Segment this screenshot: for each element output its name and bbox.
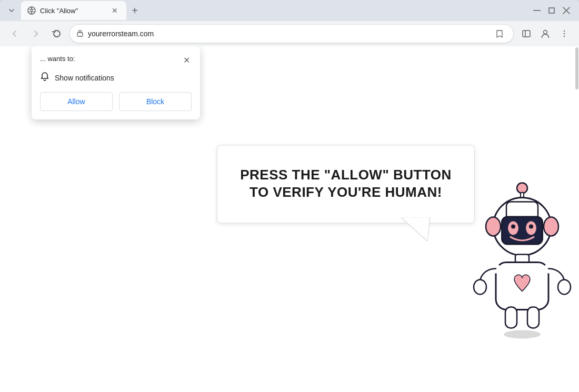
svg-rect-2 — [549, 8, 554, 13]
profile-button[interactable] — [537, 25, 554, 42]
robot-container — [464, 176, 579, 347]
notification-popup: ... wants to: ✕ Show notifications Allow… — [32, 46, 200, 119]
svg-point-11 — [564, 36, 565, 37]
refresh-button[interactable] — [48, 25, 65, 42]
window-controls — [533, 6, 575, 15]
allow-button[interactable]: Allow — [40, 92, 113, 111]
svg-rect-31 — [527, 307, 539, 328]
speech-bubble: PRESS THE "ALLOW" BUTTON TO VERIFY YOU'R… — [217, 145, 475, 224]
scrollbar-thumb — [575, 47, 578, 89]
popup-buttons: Allow Block — [40, 92, 192, 111]
svg-point-32 — [504, 330, 541, 338]
svg-point-29 — [558, 279, 571, 294]
nav-bar — [0, 21, 579, 46]
block-button[interactable]: Block — [119, 92, 192, 111]
svg-point-9 — [564, 31, 565, 32]
svg-point-28 — [474, 279, 486, 294]
robot-svg — [464, 176, 579, 345]
back-button[interactable] — [6, 25, 23, 42]
menu-button[interactable] — [556, 25, 573, 42]
svg-point-18 — [544, 217, 558, 236]
speech-bubble-container: PRESS THE "ALLOW" BUTTON TO VERIFY YOU'R… — [217, 145, 475, 224]
maximize-button[interactable] — [547, 6, 556, 15]
minimize-button[interactable] — [533, 6, 541, 15]
bookmark-button[interactable] — [492, 26, 507, 41]
address-bar[interactable] — [69, 24, 514, 43]
new-tab-button[interactable]: + — [127, 3, 142, 18]
svg-point-10 — [564, 33, 565, 34]
page-content: ... wants to: ✕ Show notifications Allow… — [0, 46, 579, 392]
tab-strip: Click "Allow" ✕ + — [21, 1, 531, 20]
lock-icon — [76, 29, 84, 38]
content-area: PRESS THE "ALLOW" BUTTON TO VERIFY YOU'R… — [217, 134, 579, 347]
scrollbar-track[interactable] — [575, 46, 579, 392]
speech-text: PRESS THE "ALLOW" BUTTON TO VERIFY YOU'R… — [238, 166, 453, 202]
svg-point-24 — [511, 224, 515, 228]
svg-rect-30 — [505, 307, 517, 328]
tab-list-button[interactable] — [4, 3, 19, 18]
svg-rect-5 — [77, 33, 83, 36]
popup-item: Show notifications — [40, 72, 192, 84]
sidebar-button[interactable] — [518, 25, 535, 42]
popup-item-text: Show notifications — [55, 74, 114, 82]
title-bar: Click "Allow" ✕ + — [0, 0, 579, 21]
popup-close-button[interactable]: ✕ — [181, 55, 192, 65]
svg-rect-6 — [523, 31, 530, 37]
address-input[interactable] — [88, 29, 488, 38]
tab-close-button[interactable]: ✕ — [109, 5, 120, 16]
tab-favicon — [27, 6, 36, 15]
svg-marker-13 — [402, 217, 429, 240]
svg-point-25 — [529, 224, 533, 228]
svg-point-8 — [544, 31, 547, 34]
active-tab[interactable]: Click "Allow" ✕ — [21, 1, 126, 20]
popup-header: ... wants to: ✕ — [40, 55, 192, 65]
svg-point-0 — [28, 7, 35, 14]
close-button[interactable] — [562, 6, 571, 15]
browser-window: Click "Allow" ✕ + — [0, 0, 579, 392]
svg-rect-1 — [533, 10, 541, 11]
right-controls — [518, 25, 573, 42]
svg-point-17 — [486, 217, 501, 236]
popup-title: ... wants to: — [40, 55, 75, 63]
forward-button[interactable] — [27, 25, 44, 42]
bell-icon — [40, 72, 49, 84]
tab-title: Click "Allow" — [40, 7, 105, 15]
